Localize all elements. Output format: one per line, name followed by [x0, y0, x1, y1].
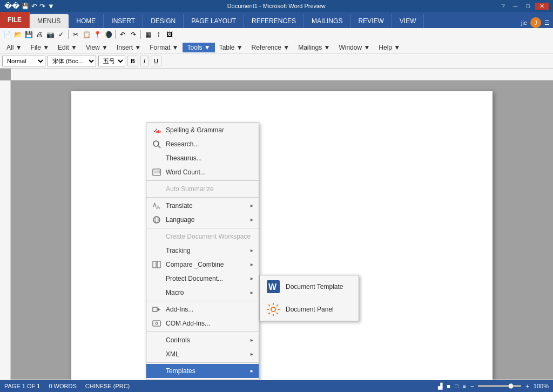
italic-button[interactable]: I — [140, 56, 149, 66]
menu-insert[interactable]: Insert ▼ — [112, 43, 145, 52]
spelling-grammar-item[interactable]: ✓abc Spelling & Grammar — [146, 123, 259, 137]
user-avatar[interactable]: J — [530, 17, 541, 28]
research-item[interactable]: Research... — [146, 137, 259, 151]
ribbon-options-icon[interactable]: ☰ — [544, 19, 550, 26]
tracking-label: Tracking — [166, 247, 249, 254]
menu-help[interactable]: Help ▼ — [374, 43, 404, 52]
style-select[interactable]: Normal — [2, 56, 45, 66]
add-ins-item[interactable]: Add-Ins... — [146, 302, 259, 316]
size-select[interactable]: 五号 — [98, 56, 125, 66]
tab-menus[interactable]: MENUS — [30, 14, 69, 28]
preview-icon[interactable]: 📷 — [45, 30, 55, 39]
title-bar: �� 💾 ↶ ↷ ▼ Document1 - Microsoft Word Pr… — [0, 0, 553, 12]
document-page[interactable] — [71, 91, 493, 380]
image-icon[interactable]: 🖼 — [165, 30, 174, 39]
com-add-ins-label: COM Add-Ins... — [166, 320, 254, 327]
copy-icon[interactable]: 📋 — [82, 30, 91, 39]
tab-insert[interactable]: INSERT — [104, 14, 143, 28]
svg-rect-15 — [153, 321, 160, 326]
translate-item[interactable]: Aあ Translate ► — [146, 199, 259, 213]
menu-file[interactable]: File ▼ — [26, 43, 54, 52]
language-icon — [151, 215, 163, 225]
font-select[interactable]: 宋体 (Boc... — [48, 56, 96, 66]
xml-item[interactable]: XML ► — [146, 347, 259, 361]
document-template-item[interactable]: W Document Template — [260, 275, 359, 298]
compare-icon — [151, 260, 163, 269]
undo-icon[interactable]: ↶ — [31, 2, 37, 10]
columns-icon[interactable]: ⁞ — [154, 30, 164, 39]
icon-toolbar-row: 📄 📂 💾 🖨 📷 ✓ ✂ 📋 📍 🌘 ↶ ↷ ▦ ⁞ 🖼 — [0, 28, 553, 41]
open-icon[interactable]: 📂 — [13, 30, 23, 39]
layout-normal-icon[interactable]: ▟ — [438, 383, 442, 390]
create-workspace-label: Create Document Workspace — [166, 233, 254, 240]
tab-design[interactable]: DESIGN — [143, 14, 184, 28]
help-button[interactable]: ? — [498, 3, 508, 10]
compare-combine-item[interactable]: Compare _Combine ► — [146, 258, 259, 272]
undo-toolbar-icon[interactable]: ↶ — [118, 30, 127, 39]
sep1 — [68, 30, 69, 39]
new-icon[interactable]: 📄 — [2, 30, 12, 39]
sep7 — [146, 379, 259, 380]
com-add-ins-item[interactable]: COM Add-Ins... — [146, 316, 259, 330]
underline-button[interactable]: U — [151, 56, 161, 66]
restore-button[interactable]: □ — [523, 3, 533, 10]
macro-item[interactable]: Macro ► — [146, 286, 259, 300]
customize-icon[interactable]: ▼ — [48, 2, 55, 10]
protect-document-item[interactable]: Protect Document... ► — [146, 272, 259, 286]
word-count-item[interactable]: 123 Word Count... — [146, 165, 259, 179]
menu-view[interactable]: View ▼ — [82, 43, 112, 52]
tracking-item[interactable]: Tracking ► — [146, 244, 259, 258]
spelling-icon: ✓abc — [151, 125, 163, 135]
menu-tools[interactable]: Tools ▼ — [183, 43, 214, 52]
svg-text:123: 123 — [154, 170, 160, 174]
translate-label: Translate — [166, 202, 249, 209]
bold-button[interactable]: B — [127, 56, 138, 66]
document-panel-item[interactable]: Document Panel — [260, 298, 359, 321]
thesaurus-icon — [151, 153, 163, 163]
layout-web-icon[interactable]: □ — [455, 383, 458, 389]
com-add-ins-icon — [151, 319, 163, 328]
print-icon[interactable]: 🖨 — [35, 30, 44, 39]
window-controls: ? ─ □ ✕ — [498, 3, 549, 10]
save-icon[interactable]: 💾 — [22, 3, 29, 10]
document-panel-label: Document Panel — [286, 306, 334, 313]
layout-outline-icon[interactable]: ≡ — [463, 383, 466, 389]
zoom-out-icon[interactable]: − — [470, 383, 474, 389]
tab-page-layout[interactable]: PAGE LAYOUT — [184, 14, 244, 28]
thesaurus-item[interactable]: Thesaurus... — [146, 151, 259, 165]
user-label: jie — [521, 19, 527, 26]
format-painter-icon[interactable]: 🌘 — [103, 30, 113, 39]
close-button[interactable]: ✕ — [535, 3, 549, 10]
cut-icon[interactable]: ✂ — [71, 30, 80, 39]
menu-all[interactable]: All ▼ — [2, 43, 26, 52]
tab-home[interactable]: HOME — [69, 14, 104, 28]
menu-reference[interactable]: Reference ▼ — [247, 43, 294, 52]
redo-toolbar-icon[interactable]: ↷ — [129, 30, 138, 39]
controls-item[interactable]: Controls ► — [146, 333, 259, 347]
layout-print-icon[interactable]: ■ — [447, 383, 450, 389]
tab-file[interactable]: FILE — [0, 12, 30, 28]
minimize-button[interactable]: ─ — [510, 3, 521, 10]
paste-icon[interactable]: 📍 — [92, 30, 102, 39]
tab-review[interactable]: REVIEW — [350, 14, 392, 28]
menu-edit[interactable]: Edit ▼ — [53, 43, 82, 52]
tab-view[interactable]: VIEW — [392, 14, 424, 28]
sep3 — [140, 30, 141, 39]
save-toolbar-icon[interactable]: 💾 — [24, 30, 33, 39]
redo-icon[interactable]: ↷ — [39, 2, 45, 10]
table-insert-icon[interactable]: ▦ — [143, 30, 153, 39]
menu-mailings[interactable]: Mailings ▼ — [294, 43, 334, 52]
tab-mailings[interactable]: MAILINGS — [304, 14, 350, 28]
menu-window[interactable]: Window ▼ — [334, 43, 374, 52]
svg-text:abc: abc — [156, 129, 161, 134]
document-area[interactable] — [11, 80, 553, 380]
templates-item[interactable]: Templates ► — [146, 364, 259, 378]
menu-format[interactable]: Format ▼ — [145, 43, 183, 52]
language-item[interactable]: Language ► — [146, 213, 259, 227]
language-status: CHINESE (PRC) — [85, 383, 130, 389]
tab-references[interactable]: REFERENCES — [244, 14, 304, 28]
zoom-slider[interactable] — [478, 385, 521, 387]
menu-table[interactable]: Table ▼ — [215, 43, 247, 52]
spell-check-icon[interactable]: ✓ — [56, 30, 66, 39]
zoom-in-icon[interactable]: + — [525, 383, 529, 389]
